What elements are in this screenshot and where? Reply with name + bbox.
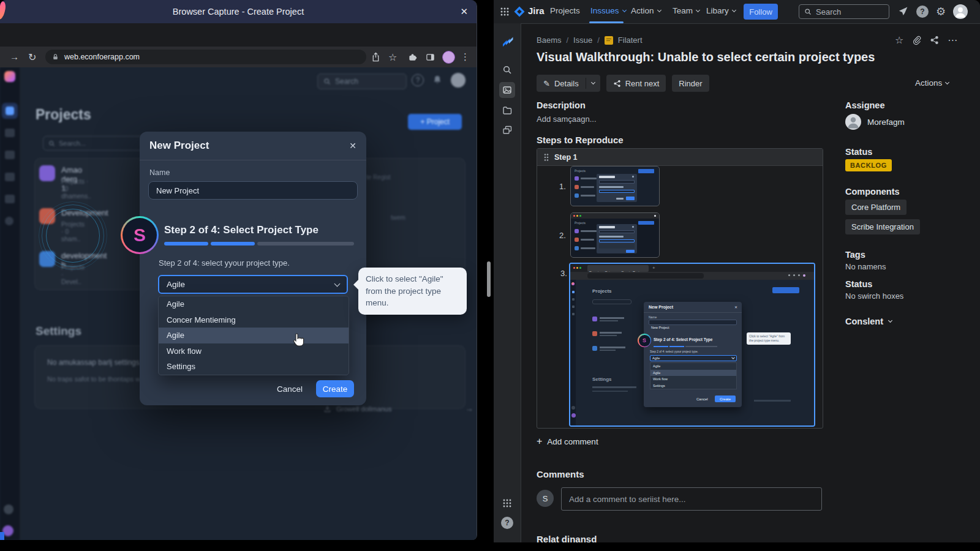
reload-icon[interactable]: ↻ bbox=[28, 51, 36, 63]
status-badge[interactable]: BACKLOG bbox=[845, 159, 892, 171]
mini-step-heading: Step 2 of 4: Select Project Type bbox=[654, 337, 737, 342]
hand-cursor-icon bbox=[292, 332, 304, 347]
mini-page-title: Projects bbox=[575, 169, 586, 173]
sidebar-help-item[interactable] bbox=[4, 504, 13, 514]
step-screenshot-thumb-2[interactable]: Projects bbox=[570, 212, 660, 258]
app-user-avatar[interactable] bbox=[451, 73, 466, 88]
nav-item-team[interactable]: Team bbox=[673, 6, 699, 15]
search-icon bbox=[48, 140, 55, 147]
add-project-button[interactable]: + Project bbox=[408, 114, 462, 130]
rent-next-button[interactable]: Rent next bbox=[606, 75, 666, 92]
create-button[interactable]: Create bbox=[316, 380, 354, 397]
window-titlebar: Browser Capture - Create Project ✕ bbox=[0, 0, 477, 23]
bookmark-star-icon[interactable]: ☆ bbox=[388, 51, 397, 63]
mini-option: Agile bbox=[650, 363, 736, 370]
breadcrumb-ticket[interactable]: Filatert bbox=[618, 36, 643, 45]
sidebar-item[interactable] bbox=[5, 173, 15, 181]
address-bar[interactable]: web.econfoerapp.com bbox=[45, 50, 366, 64]
settings-gear-icon[interactable]: ⚙ bbox=[936, 5, 946, 18]
apps-grid-icon[interactable] bbox=[502, 498, 512, 508]
attachment-paperclip-icon[interactable] bbox=[912, 36, 921, 45]
forward-icon[interactable]: → bbox=[10, 51, 19, 62]
assignee-avatar[interactable] bbox=[845, 114, 861, 130]
browser-menu-icon[interactable]: ⋮ bbox=[461, 51, 470, 62]
project-type-select[interactable]: Agile bbox=[158, 275, 348, 294]
window-close-icon[interactable]: ✕ bbox=[460, 0, 468, 23]
help-icon[interactable]: ? bbox=[501, 517, 513, 529]
modal-title: New Project bbox=[149, 140, 209, 152]
folder-icon[interactable] bbox=[502, 105, 512, 115]
lock-icon bbox=[51, 53, 59, 61]
select-value: Agile bbox=[167, 280, 185, 289]
sidebar-item[interactable] bbox=[5, 129, 15, 137]
mini-settings-heading: Settings bbox=[592, 377, 612, 382]
breadcrumb-issue[interactable]: Issue bbox=[573, 36, 592, 45]
assignee-name[interactable]: Morefagm bbox=[867, 118, 905, 127]
dropdown-option[interactable]: Concer Mentieming bbox=[159, 312, 349, 328]
breadcrumb-project[interactable]: Baems bbox=[537, 36, 561, 45]
details-chevron-button[interactable] bbox=[586, 75, 600, 92]
step-screenshot-large[interactable]: Bouniver Grtsgan - Crosia Proj + web-sem… bbox=[569, 263, 815, 427]
more-options-icon[interactable]: ⋯ bbox=[948, 34, 957, 46]
boards-layers-icon[interactable] bbox=[502, 125, 513, 135]
description-value[interactable]: Add samçaagn... bbox=[537, 114, 597, 124]
component-chip[interactable]: Scribe Integration bbox=[845, 219, 920, 234]
sidebar-item[interactable] bbox=[5, 195, 15, 203]
modal-close-icon[interactable]: ✕ bbox=[349, 141, 356, 151]
extensions-puzzle-icon[interactable] bbox=[408, 53, 417, 62]
dropdown-option[interactable]: Work flow bbox=[159, 343, 349, 359]
step-panel-header[interactable]: Step 1 bbox=[537, 149, 823, 166]
add-comment-link[interactable]: + Add comment bbox=[537, 436, 598, 447]
star-icon[interactable]: ☆ bbox=[895, 34, 903, 46]
cancel-button[interactable]: Cancel bbox=[277, 384, 303, 394]
profile-avatar[interactable] bbox=[442, 51, 455, 64]
consent-section-toggle[interactable]: Conslent bbox=[845, 317, 892, 326]
mini-dropdown: Agile Agile Work flow Settings bbox=[650, 362, 737, 389]
help-icon[interactable]: ? bbox=[916, 6, 929, 18]
mini-bar bbox=[581, 230, 597, 232]
details-button[interactable]: ✎ Details bbox=[537, 75, 586, 92]
rinder-button[interactable]: Rinder bbox=[672, 75, 709, 92]
step-screenshot-thumb-1[interactable]: Projects bbox=[570, 166, 660, 206]
sidebar-item-active[interactable] bbox=[2, 103, 18, 119]
nav-item-projects[interactable]: Projects bbox=[550, 6, 580, 15]
dropdown-option[interactable]: Settings bbox=[159, 359, 349, 375]
share-nodes-icon[interactable] bbox=[930, 36, 939, 45]
nav-item-library[interactable]: Libary bbox=[706, 6, 736, 15]
rail-item-active[interactable] bbox=[499, 82, 515, 98]
comment-input[interactable] bbox=[561, 487, 822, 511]
nav-item-issues[interactable]: Inssues bbox=[590, 6, 626, 15]
follow-button[interactable]: Follow bbox=[744, 4, 778, 20]
search-icon[interactable] bbox=[502, 65, 512, 75]
jira-search-input[interactable]: Search bbox=[799, 4, 889, 19]
projects-search-input[interactable]: Search... bbox=[43, 136, 147, 151]
sidebar-item[interactable] bbox=[5, 151, 15, 159]
scrollbar-thumb[interactable] bbox=[487, 261, 491, 297]
app-switcher-grid-icon[interactable] bbox=[500, 7, 510, 17]
mini-option-highlighted: Agile bbox=[650, 370, 736, 377]
mini-name-value: New Project bbox=[651, 326, 669, 329]
browser-window: Browser Capture - Create Project ✕ S Bro… bbox=[0, 0, 477, 540]
app-search-input[interactable]: Search bbox=[317, 73, 407, 89]
share-icon[interactable] bbox=[371, 52, 380, 62]
footer-link-row[interactable]: Growell dollmanus → bbox=[323, 404, 473, 413]
dropdown-option[interactable]: Agile bbox=[159, 296, 349, 312]
product-logo-icon[interactable] bbox=[501, 36, 513, 48]
dropdown-option-highlighted[interactable]: Agile bbox=[159, 328, 349, 343]
side-panel-icon[interactable] bbox=[426, 53, 435, 62]
components-label: Components bbox=[845, 187, 900, 197]
project-name-input[interactable] bbox=[148, 181, 358, 200]
help-icon[interactable]: ? bbox=[412, 74, 424, 86]
user-avatar[interactable] bbox=[953, 4, 968, 19]
notifications-bell-icon[interactable] bbox=[432, 75, 442, 85]
actions-button[interactable]: Actions bbox=[915, 78, 949, 88]
sidebar-item[interactable] bbox=[5, 217, 13, 225]
steps-label: Steps to Reproduce bbox=[537, 135, 624, 145]
nav-item-action[interactable]: Action bbox=[631, 6, 661, 15]
drag-handle-icon[interactable] bbox=[543, 153, 549, 162]
announce-plane-icon[interactable] bbox=[898, 6, 908, 17]
arrow-right-icon: → bbox=[465, 404, 473, 413]
component-chip[interactable]: Core Platform bbox=[845, 200, 907, 215]
step-number: 1. bbox=[559, 182, 566, 191]
jira-logo-icon[interactable] bbox=[513, 6, 526, 18]
